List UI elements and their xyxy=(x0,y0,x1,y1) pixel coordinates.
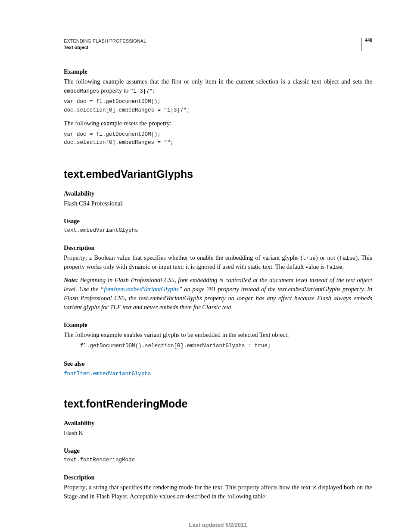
usage-code: text.embedVariantGlyphs xyxy=(64,227,372,235)
doc-section: Text object xyxy=(64,44,146,51)
text: : xyxy=(153,87,154,94)
description-text: Property; a string that specifies the re… xyxy=(64,483,372,501)
usage-heading: Usage xyxy=(64,447,372,454)
text: Property; a Boolean value that specifies… xyxy=(64,254,303,261)
inline-code: embedRanges xyxy=(64,88,100,94)
page-number: 440 xyxy=(364,38,372,43)
page-number-container: 440 xyxy=(361,38,372,51)
section-heading-embedvariantglyphs: text.embedVariantGlyphs xyxy=(64,168,372,180)
inline-code: false xyxy=(339,255,356,261)
doc-title: EXTENDING FLASH PROFESSIONAL xyxy=(64,38,146,44)
content: Example The following example assumes th… xyxy=(64,68,372,528)
text: The following example assumes that the f… xyxy=(64,78,372,85)
running-header-left: EXTENDING FLASH PROFESSIONAL Text object xyxy=(64,38,146,51)
note-text: Note: Beginning in Flash Professional CS… xyxy=(64,276,372,312)
availability-heading: Availability xyxy=(64,190,372,197)
note-label: Note: xyxy=(64,277,78,283)
page: EXTENDING FLASH PROFESSIONAL Text object… xyxy=(0,0,411,532)
text: property to xyxy=(100,87,130,94)
running-header: EXTENDING FLASH PROFESSIONAL Text object… xyxy=(64,38,372,51)
inline-code: true xyxy=(303,255,316,261)
section-heading-fontrenderingmode: text.fontRenderingMode xyxy=(64,398,372,410)
example-intro: The following example assumes that the f… xyxy=(64,77,372,95)
inline-code: false xyxy=(326,264,342,271)
description-heading: Description xyxy=(64,244,372,252)
usage-heading: Usage xyxy=(64,218,372,225)
example-heading: Example xyxy=(64,68,372,75)
footer-updated: Last updated 5/2/2011 xyxy=(64,522,372,528)
text: . xyxy=(342,263,344,270)
availability-text: Flash 8. xyxy=(64,429,372,438)
availability-heading: Availability xyxy=(64,420,372,427)
availability-text: Flash CS4 Professional. xyxy=(64,199,372,208)
code-block: var doc = fl.getDocumentDOM(); doc.selec… xyxy=(64,98,372,115)
usage-code: text.fontRenderingMode xyxy=(64,456,372,464)
code-block: fl.getDocumentDOM().selection[0].embedVa… xyxy=(64,342,372,350)
text: ) or not ( xyxy=(316,254,339,261)
reset-intro: The following example resets the propert… xyxy=(64,119,372,128)
example-heading: Example xyxy=(64,321,372,329)
description-text: Property; a Boolean value that specifies… xyxy=(64,253,372,271)
description-heading: Description xyxy=(64,474,372,481)
inline-code: "1|3|7" xyxy=(130,88,153,94)
seealso-heading: See also xyxy=(64,360,372,367)
seealso-link[interactable]: fontItem.embedVariantGlyphs xyxy=(64,371,151,377)
note-link[interactable]: fontItem.embedVariantGlyphs xyxy=(104,286,179,292)
code-block: var doc = fl.getDocumentDOM(); doc.selec… xyxy=(64,131,372,147)
example-text: The following example enables variant gl… xyxy=(64,330,372,339)
